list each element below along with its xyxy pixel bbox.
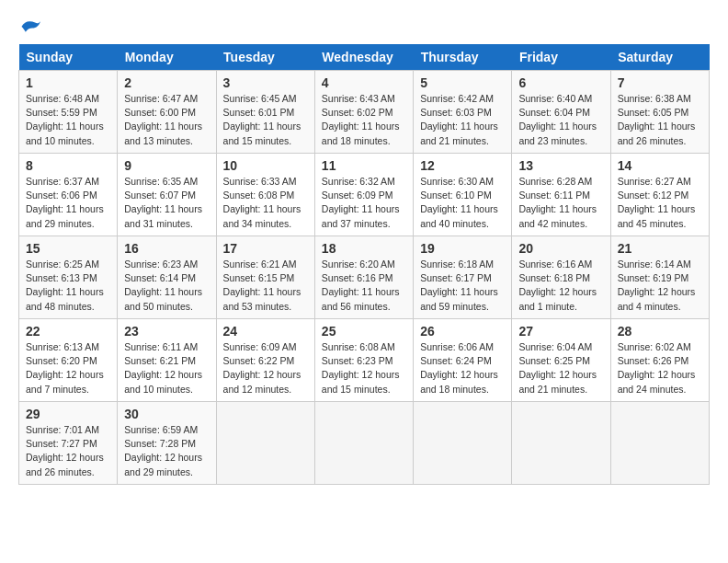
calendar-cell: 29Sunrise: 7:01 AMSunset: 7:27 PMDayligh… (19, 402, 118, 485)
calendar-cell: 24Sunrise: 6:09 AMSunset: 6:22 PMDayligh… (216, 319, 314, 402)
logo (18, 18, 40, 35)
day-number: 1 (26, 75, 110, 90)
day-number: 5 (420, 75, 505, 90)
day-number: 29 (26, 407, 110, 421)
calendar-cell: 28Sunrise: 6:02 AMSunset: 6:26 PMDayligh… (610, 319, 709, 402)
day-number: 22 (26, 324, 110, 339)
calendar-cell: 7Sunrise: 6:38 AMSunset: 6:05 PMDaylight… (610, 71, 709, 154)
calendar-cell (610, 402, 709, 485)
day-info: Sunrise: 6:23 AMSunset: 6:14 PMDaylight:… (124, 258, 209, 314)
day-info: Sunrise: 6:30 AMSunset: 6:10 PMDaylight:… (420, 175, 505, 231)
day-info: Sunrise: 6:11 AMSunset: 6:21 PMDaylight:… (124, 340, 209, 396)
calendar-cell: 1Sunrise: 6:48 AMSunset: 5:59 PMDaylight… (19, 71, 118, 154)
day-info: Sunrise: 6:06 AMSunset: 6:24 PMDaylight:… (420, 340, 505, 396)
day-info: Sunrise: 6:20 AMSunset: 6:16 PMDaylight:… (322, 258, 406, 314)
calendar-cell: 2Sunrise: 6:47 AMSunset: 6:00 PMDaylight… (118, 71, 216, 154)
day-info: Sunrise: 6:13 AMSunset: 6:20 PMDaylight:… (26, 340, 110, 396)
week-row: 1Sunrise: 6:48 AMSunset: 5:59 PMDaylight… (19, 71, 710, 154)
day-number: 25 (322, 324, 406, 339)
week-row: 22Sunrise: 6:13 AMSunset: 6:20 PMDayligh… (19, 319, 710, 402)
calendar-cell: 19Sunrise: 6:18 AMSunset: 6:17 PMDayligh… (414, 236, 512, 319)
day-of-week-header: Wednesday (314, 44, 413, 71)
day-number: 17 (223, 241, 308, 256)
day-number: 16 (124, 241, 209, 256)
calendar-cell: 4Sunrise: 6:43 AMSunset: 6:02 PMDaylight… (314, 71, 413, 154)
days-header-row: SundayMondayTuesdayWednesdayThursdayFrid… (19, 44, 710, 71)
calendar-cell: 9Sunrise: 6:35 AMSunset: 6:07 PMDaylight… (118, 154, 216, 236)
day-info: Sunrise: 6:09 AMSunset: 6:22 PMDaylight:… (223, 340, 308, 396)
day-number: 20 (518, 241, 603, 256)
day-of-week-header: Saturday (610, 44, 709, 71)
logo-bird-icon (20, 18, 40, 35)
day-info: Sunrise: 6:18 AMSunset: 6:17 PMDaylight:… (420, 258, 505, 314)
calendar-cell: 10Sunrise: 6:33 AMSunset: 6:08 PMDayligh… (216, 154, 314, 236)
day-info: Sunrise: 6:43 AMSunset: 6:02 PMDaylight:… (322, 92, 406, 148)
week-row: 29Sunrise: 7:01 AMSunset: 7:27 PMDayligh… (19, 402, 710, 485)
day-info: Sunrise: 6:45 AMSunset: 6:01 PMDaylight:… (223, 92, 308, 148)
calendar-cell: 6Sunrise: 6:40 AMSunset: 6:04 PMDaylight… (512, 71, 610, 154)
day-number: 11 (322, 158, 406, 173)
day-number: 19 (420, 241, 505, 256)
calendar-cell: 20Sunrise: 6:16 AMSunset: 6:18 PMDayligh… (512, 236, 610, 319)
calendar-cell: 30Sunrise: 6:59 AMSunset: 7:28 PMDayligh… (118, 402, 216, 485)
calendar-cell: 27Sunrise: 6:04 AMSunset: 6:25 PMDayligh… (512, 319, 610, 402)
calendar-cell: 14Sunrise: 6:27 AMSunset: 6:12 PMDayligh… (610, 154, 709, 236)
day-info: Sunrise: 6:40 AMSunset: 6:04 PMDaylight:… (518, 92, 603, 148)
day-info: Sunrise: 6:59 AMSunset: 7:28 PMDaylight:… (124, 423, 209, 479)
calendar-cell (314, 402, 413, 485)
day-info: Sunrise: 6:14 AMSunset: 6:19 PMDaylight:… (618, 258, 702, 314)
day-number: 10 (223, 158, 308, 173)
day-info: Sunrise: 6:25 AMSunset: 6:13 PMDaylight:… (26, 258, 110, 314)
day-of-week-header: Friday (512, 44, 610, 71)
day-number: 6 (518, 75, 603, 90)
day-number: 26 (420, 324, 505, 339)
day-info: Sunrise: 6:37 AMSunset: 6:06 PMDaylight:… (26, 175, 110, 231)
day-of-week-header: Sunday (19, 44, 118, 71)
calendar-cell: 22Sunrise: 6:13 AMSunset: 6:20 PMDayligh… (19, 319, 118, 402)
calendar-cell: 21Sunrise: 6:14 AMSunset: 6:19 PMDayligh… (610, 236, 709, 319)
calendar-cell (512, 402, 610, 485)
day-number: 18 (322, 241, 406, 256)
day-info: Sunrise: 6:35 AMSunset: 6:07 PMDaylight:… (124, 175, 209, 231)
day-info: Sunrise: 6:02 AMSunset: 6:26 PMDaylight:… (618, 340, 702, 396)
day-number: 15 (26, 241, 110, 256)
calendar-cell: 13Sunrise: 6:28 AMSunset: 6:11 PMDayligh… (512, 154, 610, 236)
day-number: 3 (223, 75, 308, 90)
day-info: Sunrise: 6:16 AMSunset: 6:18 PMDaylight:… (518, 258, 603, 314)
day-number: 4 (322, 75, 406, 90)
day-of-week-header: Tuesday (216, 44, 314, 71)
page-header (18, 18, 710, 35)
week-row: 8Sunrise: 6:37 AMSunset: 6:06 PMDaylight… (19, 154, 710, 236)
day-number: 14 (618, 158, 702, 173)
week-row: 15Sunrise: 6:25 AMSunset: 6:13 PMDayligh… (19, 236, 710, 319)
day-number: 9 (124, 158, 209, 173)
calendar-cell (216, 402, 314, 485)
day-info: Sunrise: 6:33 AMSunset: 6:08 PMDaylight:… (223, 175, 308, 231)
day-number: 24 (223, 324, 308, 339)
day-info: Sunrise: 6:27 AMSunset: 6:12 PMDaylight:… (618, 175, 702, 231)
day-number: 21 (618, 241, 702, 256)
day-number: 2 (124, 75, 209, 90)
calendar-table: SundayMondayTuesdayWednesdayThursdayFrid… (18, 44, 710, 485)
calendar-cell: 5Sunrise: 6:42 AMSunset: 6:03 PMDaylight… (414, 71, 512, 154)
calendar-cell: 26Sunrise: 6:06 AMSunset: 6:24 PMDayligh… (414, 319, 512, 402)
day-number: 27 (518, 324, 603, 339)
day-info: Sunrise: 6:47 AMSunset: 6:00 PMDaylight:… (124, 92, 209, 148)
day-info: Sunrise: 6:42 AMSunset: 6:03 PMDaylight:… (420, 92, 505, 148)
calendar-cell: 11Sunrise: 6:32 AMSunset: 6:09 PMDayligh… (314, 154, 413, 236)
calendar-cell: 23Sunrise: 6:11 AMSunset: 6:21 PMDayligh… (118, 319, 216, 402)
day-info: Sunrise: 6:28 AMSunset: 6:11 PMDaylight:… (518, 175, 603, 231)
day-number: 30 (124, 407, 209, 421)
calendar-cell: 8Sunrise: 6:37 AMSunset: 6:06 PMDaylight… (19, 154, 118, 236)
calendar-cell: 18Sunrise: 6:20 AMSunset: 6:16 PMDayligh… (314, 236, 413, 319)
day-number: 12 (420, 158, 505, 173)
day-info: Sunrise: 6:32 AMSunset: 6:09 PMDaylight:… (322, 175, 406, 231)
day-of-week-header: Thursday (414, 44, 512, 71)
calendar-cell: 3Sunrise: 6:45 AMSunset: 6:01 PMDaylight… (216, 71, 314, 154)
calendar-cell: 16Sunrise: 6:23 AMSunset: 6:14 PMDayligh… (118, 236, 216, 319)
day-of-week-header: Monday (118, 44, 216, 71)
day-info: Sunrise: 6:38 AMSunset: 6:05 PMDaylight:… (618, 92, 702, 148)
calendar-cell: 17Sunrise: 6:21 AMSunset: 6:15 PMDayligh… (216, 236, 314, 319)
day-info: Sunrise: 7:01 AMSunset: 7:27 PMDaylight:… (26, 423, 110, 479)
day-info: Sunrise: 6:04 AMSunset: 6:25 PMDaylight:… (518, 340, 603, 396)
